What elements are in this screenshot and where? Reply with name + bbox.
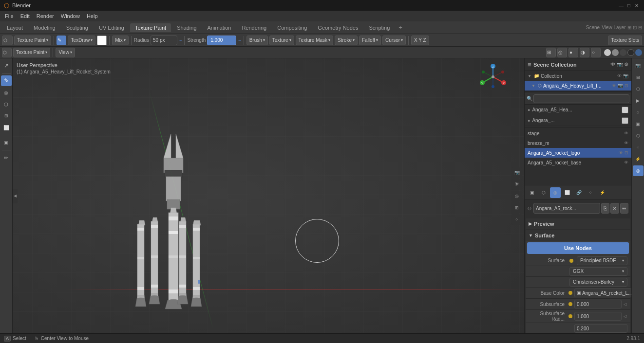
texture-slots-button[interactable]: Texture Slots: [608, 36, 642, 45]
tab-layout[interactable]: Layout: [2, 23, 28, 32]
tab-scripting[interactable]: Scripting: [364, 23, 395, 32]
material-item-angara-2[interactable]: ● Angara_...: [525, 115, 631, 126]
render-properties-icon[interactable]: 📷: [633, 60, 644, 71]
material-props-icon[interactable]: ◎: [550, 187, 561, 198]
sub-editor-icon[interactable]: ⬡: [2, 48, 12, 57]
strength-input[interactable]: [207, 36, 236, 45]
menu-edit[interactable]: Edit: [18, 12, 33, 20]
subsurface-rad-pin[interactable]: ◁: [624, 314, 627, 318]
object-properties-icon[interactable]: ▣: [633, 119, 644, 129]
close-button[interactable]: ✕: [633, 2, 640, 9]
scene-properties-icon[interactable]: ▶: [633, 95, 644, 106]
tab-sculpting[interactable]: Sculpting: [61, 23, 93, 32]
symmetry-xyz-button[interactable]: X Y Z: [411, 36, 429, 45]
window-controls[interactable]: — □ ✕: [618, 2, 640, 9]
object-cam-icon[interactable]: 📷: [618, 83, 623, 88]
world-properties-icon[interactable]: ○: [633, 107, 644, 118]
brush-type-selector[interactable]: TexDraw ▾: [68, 36, 95, 45]
output-properties-icon[interactable]: ⊞: [633, 72, 644, 83]
logo-settings[interactable]: ⊡: [625, 150, 628, 155]
base-color-texture[interactable]: ▣ Angara_A5_rocket_L...: [574, 289, 631, 297]
texture-selector[interactable]: Texture ▾: [269, 36, 294, 45]
object-props-icon[interactable]: ▣: [527, 187, 537, 198]
radius-pressure-icon[interactable]: ~: [179, 37, 182, 43]
radius-input[interactable]: [151, 36, 177, 45]
tab-shading[interactable]: Shading: [172, 23, 201, 32]
minimize-button[interactable]: —: [618, 2, 625, 9]
expand-left-panel[interactable]: ◀: [13, 189, 18, 203]
material-shading-button[interactable]: ◑: [580, 48, 589, 57]
collection-eye-icon[interactable]: 👁: [617, 73, 622, 78]
shading-option-4[interactable]: [627, 49, 634, 56]
stage-eye-icon[interactable]: 👁: [624, 131, 628, 136]
stage-row[interactable]: stage 👁: [525, 128, 631, 138]
shading-option-3[interactable]: [620, 49, 626, 56]
viewport-overlay-button[interactable]: ⊞: [546, 48, 556, 57]
render-visibility-icon[interactable]: 📷: [617, 62, 623, 67]
material-item-angara-hea[interactable]: ● Angara_A5_Hea...: [525, 105, 631, 115]
material-search-input[interactable]: [533, 94, 629, 103]
tab-rendering[interactable]: Rendering: [237, 23, 271, 32]
physics-props-icon[interactable]: ⚡: [597, 187, 607, 198]
soften-tool-button[interactable]: ◎: [1, 87, 12, 98]
brush-settings-button[interactable]: Brush ▾: [246, 36, 268, 45]
outliner-collection-row[interactable]: ▼ 📁 Collection 👁 📷: [525, 71, 631, 81]
collection-cam-icon[interactable]: 📷: [623, 73, 628, 78]
mode-selector[interactable]: Texture Paint ▾: [14, 36, 51, 45]
tab-modeling[interactable]: Modeling: [29, 23, 60, 32]
brush-icon-button[interactable]: ✎: [57, 36, 66, 45]
xray-button[interactable]: ◎: [557, 48, 567, 57]
camera-icon-button[interactable]: 📷: [511, 167, 522, 178]
hide-selected-icon[interactable]: 👁: [610, 62, 615, 67]
texture-mask-selector[interactable]: Texture Mask ▾: [296, 36, 333, 45]
breeze-eye-icon[interactable]: 👁: [624, 141, 628, 145]
editor-type-button[interactable]: ⬡: [2, 36, 13, 45]
object-eye-icon[interactable]: 👁: [612, 83, 616, 88]
material-name-input[interactable]: [533, 203, 600, 214]
cursor-selector[interactable]: Cursor ▾: [382, 36, 406, 45]
use-nodes-button[interactable]: Use Nodes: [527, 242, 629, 254]
tab-compositing[interactable]: Compositing: [272, 23, 312, 32]
light-icon-button[interactable]: ☀: [511, 179, 522, 190]
material-copy-button[interactable]: ⎘: [601, 203, 609, 214]
shading-option-2[interactable]: [612, 49, 619, 56]
draw-tool-button[interactable]: ✎: [1, 75, 12, 86]
modifier-properties-icon[interactable]: ⬡: [633, 130, 644, 141]
tab-geometry-nodes[interactable]: Geometry Nodes: [313, 23, 363, 32]
rocket-logo-row[interactable]: Angara_A5_rocket_logo 👁 ⊡: [525, 148, 631, 158]
subsurface-pin[interactable]: ◁: [624, 302, 627, 306]
paint-mode-button[interactable]: Texture Paint ▾: [13, 48, 50, 57]
tab-texture-paint[interactable]: Texture Paint: [130, 23, 171, 32]
subsurface-r2-value[interactable]: 0.200: [574, 324, 627, 333]
view-layer-properties-icon[interactable]: ⬡: [633, 84, 644, 94]
material-settings-button[interactable]: ▾▾: [620, 203, 628, 214]
falloff-selector[interactable]: Falloff ▾: [359, 36, 381, 45]
menu-file[interactable]: File: [2, 12, 17, 20]
modifier-props-icon[interactable]: ⬡: [538, 187, 549, 198]
data-props-icon[interactable]: ⬜: [562, 187, 572, 198]
subsurface-value[interactable]: 0.000: [574, 300, 622, 308]
shading-option-1[interactable]: [604, 49, 611, 56]
breeze-row[interactable]: breeze_m 👁: [525, 138, 631, 148]
mask-tool-button[interactable]: ▣: [1, 137, 12, 148]
surface-value-dropdown[interactable]: Principled BSDF ▾: [577, 256, 627, 265]
particles-icon-button[interactable]: ⁘: [511, 214, 522, 225]
view-button[interactable]: View ▾: [56, 48, 75, 57]
particle-props-icon[interactable]: ⁘: [585, 187, 596, 198]
physics-properties-icon[interactable]: ⚡: [633, 154, 644, 164]
tab-uv-editing[interactable]: UV Editing: [94, 23, 129, 32]
logo-eye-icon[interactable]: 👁: [619, 150, 623, 155]
shading-option-5[interactable]: [635, 49, 642, 56]
smear-tool-button[interactable]: ⬡: [1, 99, 12, 109]
add-editor-button[interactable]: +: [396, 23, 405, 32]
surface-header[interactable]: ▼ Surface: [526, 230, 630, 241]
base-eye-icon[interactable]: 👁: [624, 160, 628, 165]
maximize-button[interactable]: □: [625, 2, 632, 9]
christensen-dropdown[interactable]: Christensen-Burley ▾: [569, 278, 627, 287]
subsurface-rad-value[interactable]: 1.000: [574, 312, 622, 321]
menu-help[interactable]: Help: [84, 12, 101, 20]
material-properties-icon[interactable]: ◎: [633, 165, 644, 176]
filter-icon[interactable]: ⚙: [624, 62, 628, 67]
fill-tool-button[interactable]: ⬜: [1, 122, 12, 133]
menu-render[interactable]: Render: [34, 12, 57, 20]
